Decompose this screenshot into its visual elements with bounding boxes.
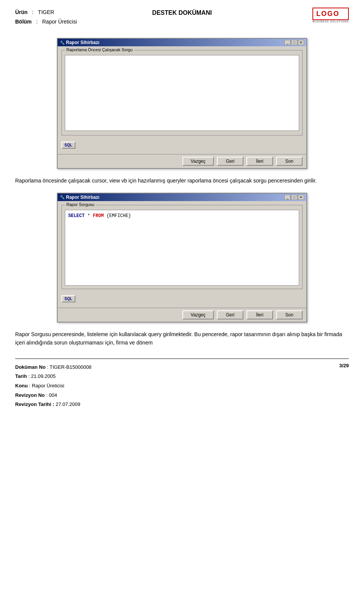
product-label: Ürün bbox=[15, 9, 28, 15]
dialog2-footer: Vazgeç Geri İleri Son bbox=[58, 308, 306, 322]
maximize-button[interactable]: □ bbox=[291, 40, 297, 45]
body-text-2: Rapor Sorgusu penceresinde, listeleme iç… bbox=[15, 330, 349, 347]
footer-revizyon-no: Revizyon No : 004 bbox=[15, 391, 339, 400]
konu-label: Konu bbox=[15, 383, 28, 389]
dialog2-son-button[interactable]: Son bbox=[276, 310, 303, 319]
dialog1-titlebar: 🔧 Rapor Sihirbazı _ □ ✕ bbox=[58, 39, 306, 46]
footer-info: Doküman No : TIGER-B15000008 Tarih : 21.… bbox=[15, 363, 339, 409]
dialog1-group: Raporlama Öncesi Çalışacak Sorgu bbox=[61, 50, 303, 135]
sql-select-keyword: SELECT bbox=[68, 213, 85, 219]
minimize-button[interactable]: _ bbox=[284, 40, 290, 45]
logo-sub: BUSINESS SOLUTIONS bbox=[312, 20, 349, 23]
dialog2-group-label: Rapor Sorgusu bbox=[65, 202, 96, 207]
dialog1-sql-button[interactable]: SQL bbox=[61, 142, 75, 149]
dialog2-sql-area: SQL bbox=[61, 292, 303, 304]
footer-page-info: 3/29 bbox=[339, 363, 349, 409]
dialog2-titlebar-left: 🔧 Rapor Sihirbazı bbox=[60, 195, 99, 200]
product-value: TIGER bbox=[38, 9, 54, 15]
dialog2-maximize-button[interactable]: □ bbox=[291, 195, 297, 200]
footer-tarih: Tarih : 21.09.2005 bbox=[15, 372, 339, 381]
dialog2-geri-button[interactable]: Geri bbox=[217, 310, 243, 319]
konu-value: : Rapor Üreticisi bbox=[29, 383, 64, 389]
page-header: Ürün : TIGER Bölüm : Rapor Üreticisi DES… bbox=[15, 8, 349, 27]
footer-konu: Konu : Rapor Üreticisi bbox=[15, 381, 339, 391]
page-title: DESTEK DOKÜMANI bbox=[91, 9, 273, 16]
dialog2-ileri-button[interactable]: İleri bbox=[246, 310, 273, 319]
bolum-line: Bölüm : Rapor Üreticisi bbox=[15, 17, 91, 27]
product-line: Ürün : TIGER bbox=[15, 8, 91, 17]
dialog2-sql-button[interactable]: SQL bbox=[61, 295, 75, 302]
sql-code-line: SELECT * FROM {EMFICHE} bbox=[67, 212, 297, 220]
titlebar-left: 🔧 Rapor Sihirbazı bbox=[60, 40, 99, 45]
dialog1-geri-button[interactable]: Geri bbox=[217, 157, 243, 166]
logo-area: LOGO BUSINESS SOLUTIONS bbox=[273, 8, 349, 23]
page-footer: Doküman No : TIGER-B15000008 Tarih : 21.… bbox=[15, 359, 349, 409]
dialog1-footer: Vazgeç Geri İleri Son bbox=[58, 154, 306, 168]
dialog1-group-label: Raporlama Öncesi Çalışacak Sorgu bbox=[65, 47, 134, 52]
logo-text: LOGO bbox=[312, 8, 349, 20]
sql-star: * bbox=[87, 213, 93, 219]
revizyon-tarihi-label: Revizyon Tarihi : bbox=[15, 401, 54, 407]
body-text-1: Raporlama öncesinde çalışacak cursor, vi… bbox=[15, 176, 349, 185]
dialog1-ileri-button[interactable]: İleri bbox=[246, 157, 273, 166]
footer-doc-no: Doküman No : TIGER-B15000008 bbox=[15, 363, 339, 372]
tarih-label: Tarih bbox=[15, 373, 27, 379]
tarih-value: : 21.09.2005 bbox=[28, 373, 55, 379]
dialog2-close-button[interactable]: ✕ bbox=[298, 195, 304, 200]
footer-revizyon-tarihi: Revizyon Tarihi : 27.07.2009 bbox=[15, 400, 339, 409]
dialog1-query-input[interactable] bbox=[65, 55, 299, 131]
doc-no-label: Doküman No bbox=[15, 364, 46, 370]
revizyon-no-value: : 004 bbox=[46, 392, 57, 398]
dialog-rapor-sorgusu: 🔧 Rapor Sihirbazı _ □ ✕ Rapor Sorgusu SE… bbox=[57, 193, 307, 322]
dialog-rapor-oncesi: 🔧 Rapor Sihirbazı _ □ ✕ Raporlama Öncesi… bbox=[57, 38, 307, 169]
dialog1-sql-area: SQL bbox=[61, 138, 303, 150]
dialog2-vazgec-button[interactable]: Vazgeç bbox=[182, 310, 214, 319]
sql-table-name: {EMFICHE} bbox=[107, 213, 131, 219]
dialog2-query-display: SELECT * FROM {EMFICHE} bbox=[65, 210, 299, 286]
bolum-value: Rapor Üreticisi bbox=[42, 19, 77, 25]
dialog2-group: Rapor Sorgusu SELECT * FROM {EMFICHE} bbox=[61, 205, 303, 289]
dialog1-icon: 🔧 bbox=[60, 41, 64, 45]
product-info: Ürün : TIGER Bölüm : Rapor Üreticisi bbox=[15, 8, 91, 27]
dialog1-body: Raporlama Öncesi Çalışacak Sorgu SQL bbox=[58, 46, 306, 154]
dialog2-titlebar-controls: _ □ ✕ bbox=[284, 195, 304, 200]
dialog2-minimize-button[interactable]: _ bbox=[284, 195, 290, 200]
titlebar-controls: _ □ ✕ bbox=[284, 40, 304, 45]
dialog2-body: Rapor Sorgusu SELECT * FROM {EMFICHE} SQ… bbox=[58, 201, 306, 308]
doc-no-value: : TIGER-B15000008 bbox=[47, 364, 92, 370]
dialog1-son-button[interactable]: Son bbox=[276, 157, 303, 166]
sql-from-keyword: FROM bbox=[93, 213, 104, 219]
dialog1-vazgec-button[interactable]: Vazgeç bbox=[182, 157, 214, 166]
revizyon-no-label: Revizyon No bbox=[15, 392, 45, 398]
dialog2-titlebar: 🔧 Rapor Sihirbazı _ □ ✕ bbox=[58, 193, 306, 201]
revizyon-tarihi-value: 27.07.2009 bbox=[56, 401, 80, 407]
bolum-label: Bölüm bbox=[15, 19, 32, 25]
dialog2-icon: 🔧 bbox=[60, 195, 64, 199]
dialog2-title: Rapor Sihirbazı bbox=[66, 195, 99, 200]
dialog1-title: Rapor Sihirbazı bbox=[66, 40, 99, 45]
close-button[interactable]: ✕ bbox=[298, 40, 304, 45]
header-left: Ürün : TIGER Bölüm : Rapor Üreticisi bbox=[15, 8, 91, 27]
logo-box: LOGO BUSINESS SOLUTIONS bbox=[312, 8, 349, 23]
